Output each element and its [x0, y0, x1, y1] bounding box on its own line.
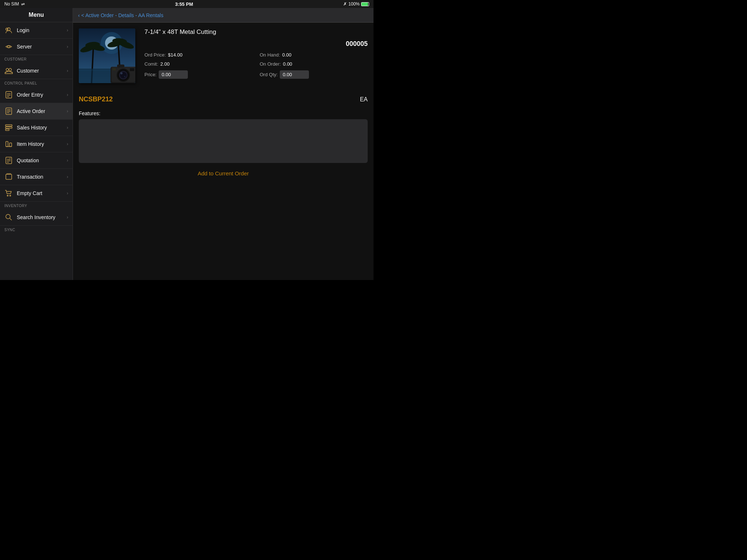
product-fields: Ord Price: $14.00 On Hand: 0.00 — [144, 52, 368, 79]
empty-cart-label: Empty Cart — [17, 190, 67, 196]
empty-cart-chevron: › — [67, 191, 68, 196]
product-unit: EA — [360, 96, 368, 103]
quotation-chevron: › — [67, 158, 68, 163]
svg-point-26 — [7, 195, 8, 196]
product-id: 000005 — [144, 40, 368, 48]
svg-point-50 — [120, 72, 123, 74]
quotation-icon — [4, 156, 13, 165]
server-chevron: › — [67, 44, 68, 49]
quotation-label: Quotation — [17, 158, 67, 163]
status-right: ✗ 100% — [343, 1, 369, 7]
order-entry-chevron: › — [67, 92, 68, 97]
features-box — [79, 119, 368, 163]
svg-point-28 — [6, 214, 10, 219]
sidebar-item-empty-cart[interactable]: Empty Cart › — [0, 185, 73, 202]
sales-history-icon — [4, 123, 13, 132]
sales-history-chevron: › — [67, 125, 68, 130]
back-button[interactable]: ‹ < Active Order - Details - AA Rentals — [78, 12, 163, 18]
sidebar-item-sales-history[interactable]: Sales History › — [0, 120, 73, 136]
on-hand-row: On Hand: 0.00 — [260, 52, 368, 58]
svg-rect-14 — [5, 127, 12, 128]
item-history-label: Item History — [17, 141, 67, 147]
svg-point-51 — [124, 76, 125, 77]
status-bar: No SIM ⇌ 3:55 PM ✗ 100% — [0, 0, 374, 8]
transaction-chevron: › — [67, 174, 68, 179]
svg-point-27 — [10, 195, 11, 196]
price-label: Price: — [144, 72, 156, 77]
search-inventory-chevron: › — [67, 215, 68, 220]
price-input[interactable] — [159, 70, 188, 79]
ord-price-value: $14.00 — [168, 52, 183, 58]
back-label: < Active Order - Details - AA Rentals — [81, 12, 163, 18]
features-label: Features: — [79, 110, 368, 116]
sidebar-item-active-order[interactable]: Active Order › — [0, 103, 73, 120]
search-inventory-label: Search Inventory — [17, 214, 67, 220]
svg-point-4 — [9, 69, 12, 71]
item-history-chevron: › — [67, 141, 68, 147]
empty-cart-icon — [4, 189, 13, 198]
svg-rect-5 — [6, 92, 12, 98]
svg-rect-17 — [9, 143, 12, 147]
transaction-icon — [4, 172, 13, 181]
ord-qty-input[interactable] — [280, 70, 309, 79]
transaction-label: Transaction — [17, 174, 67, 180]
on-order-label: On Order: — [260, 61, 281, 67]
sidebar-item-customer[interactable]: Customer › — [0, 63, 73, 79]
comit-row: Comit: 2.00 — [144, 61, 252, 67]
svg-rect-19 — [6, 157, 12, 164]
svg-rect-24 — [6, 174, 12, 179]
price-row: Price: — [144, 70, 252, 79]
sidebar-item-item-history[interactable]: Item History › — [0, 136, 73, 152]
svg-point-2 — [8, 46, 10, 48]
nav-bar: ‹ < Active Order - Details - AA Rentals — [73, 8, 374, 23]
ord-qty-label: Ord Qty: — [260, 72, 278, 77]
sidebar: Menu Login › Server › — [0, 8, 73, 280]
active-order-label: Active Order — [17, 108, 67, 114]
ord-price-row: Ord Price: $14.00 — [144, 52, 252, 58]
ord-price-label: Ord Price: — [144, 52, 166, 58]
back-chevron-icon: ‹ — [78, 12, 80, 18]
search-inventory-icon — [4, 213, 13, 222]
svg-rect-25 — [7, 174, 11, 174]
features-section: Features: — [79, 110, 368, 163]
on-hand-value: 0.00 — [282, 52, 291, 58]
sidebar-item-transaction[interactable]: Transaction › — [0, 169, 73, 185]
svg-line-29 — [10, 218, 12, 220]
sidebar-item-login[interactable]: Login › — [0, 22, 73, 39]
svg-rect-53 — [113, 68, 116, 70]
login-chevron: › — [67, 28, 68, 33]
order-entry-icon — [4, 90, 13, 99]
code-unit-row: NCSBP212 EA — [79, 93, 368, 106]
add-to-order-button[interactable]: Add to Current Order — [79, 166, 368, 181]
on-order-value: 0.00 — [283, 61, 292, 67]
on-hand-label: On Hand: — [260, 52, 280, 58]
detail-content: 7-1/4" x 48T Metal Cutting 000005 Ord Pr… — [73, 23, 374, 280]
sidebar-title: Menu — [0, 8, 73, 22]
camera-svg — [110, 63, 135, 83]
product-info-panel: 7-1/4" x 48T Metal Cutting 000005 Ord Pr… — [144, 28, 368, 87]
product-code: NCSBP212 — [79, 96, 113, 103]
sync-section-label: SYNC — [0, 226, 73, 233]
on-order-row: On Order: 0.00 — [260, 61, 368, 67]
photo-placeholder — [79, 28, 135, 83]
sidebar-item-quotation[interactable]: Quotation › — [0, 152, 73, 169]
app-layout: Menu Login › Server › — [0, 8, 374, 280]
customer-chevron: › — [67, 68, 68, 73]
item-history-icon — [4, 140, 13, 148]
sidebar-item-order-entry[interactable]: Order Entry › — [0, 87, 73, 103]
sidebar-item-server[interactable]: Server › — [0, 39, 73, 55]
sidebar-item-search-inventory[interactable]: Search Inventory › — [0, 209, 73, 226]
battery-icon — [361, 2, 369, 6]
server-label: Server — [17, 44, 67, 50]
ord-qty-row: Ord Qty: — [260, 70, 368, 79]
product-section: 7-1/4" x 48T Metal Cutting 000005 Ord Pr… — [79, 28, 368, 87]
product-name: 7-1/4" x 48T Metal Cutting — [144, 28, 368, 36]
battery-label: 100% — [348, 1, 360, 7]
customer-label: Customer — [17, 68, 67, 74]
svg-point-3 — [6, 69, 9, 71]
wifi-icon: ⇌ — [21, 1, 25, 7]
svg-rect-45 — [117, 65, 124, 67]
product-image — [79, 28, 137, 87]
main-content: ‹ < Active Order - Details - AA Rentals — [73, 8, 374, 280]
active-order-icon — [4, 107, 13, 116]
